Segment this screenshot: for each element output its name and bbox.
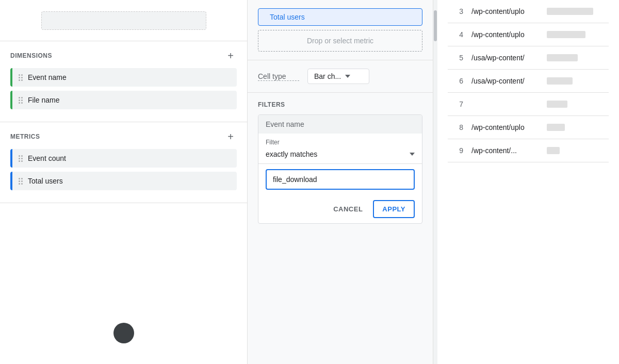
apply-button[interactable]: APPLY	[373, 200, 415, 218]
add-dimension-button[interactable]: +	[224, 49, 237, 62]
row-bar	[547, 54, 578, 61]
row-bar-container	[547, 123, 609, 131]
metric-item-total-users[interactable]: Total users	[10, 172, 237, 190]
metric-label-total-users: Total users	[28, 177, 63, 185]
scroll-thumb	[434, 10, 437, 41]
metrics-section: METRICS + Event count Total users	[0, 122, 247, 203]
dimensions-title: DIMENSIONS	[10, 52, 52, 59]
row-path: /wp-content/uplo	[471, 123, 539, 131]
row-path: /wp-content/uplo	[471, 7, 539, 15]
row-path: /wp-content/...	[471, 146, 539, 155]
drop-metric-text: Drop or select metric	[307, 37, 373, 45]
filter-event-name-text: Event name	[266, 120, 304, 128]
row-number: 6	[448, 77, 463, 85]
drag-handle-icon	[19, 178, 23, 185]
drop-metric-area[interactable]: Drop or select metric	[258, 30, 422, 52]
row-bar	[547, 147, 560, 154]
row-bar-container	[547, 7, 609, 15]
drag-handle-icon	[19, 155, 23, 162]
add-metric-button[interactable]: +	[224, 130, 237, 143]
metric-item-event-count[interactable]: Event count	[10, 149, 237, 168]
metric-chip-label: Total users	[270, 13, 305, 21]
metrics-header: METRICS +	[10, 130, 237, 143]
filter-card: Event name Filter exactly matches CANCEL…	[258, 114, 422, 224]
row-number: 3	[448, 7, 463, 15]
metrics-title: METRICS	[10, 133, 40, 140]
top-placeholder-section	[0, 0, 247, 41]
row-bar-container	[547, 54, 609, 62]
metrics-top-section: Total users Drop or select metric	[248, 0, 433, 60]
dimension-label-file-name: File name	[28, 96, 59, 104]
cancel-button[interactable]: CANCEL	[327, 201, 369, 217]
row-number: 9	[448, 146, 463, 155]
table-row: 9/wp-content/...	[448, 139, 609, 162]
row-bar-container	[547, 146, 609, 155]
table-row: 5/usa/wp-content/	[448, 46, 609, 70]
operator-chevron-icon[interactable]	[410, 153, 415, 156]
cell-type-value: Bar ch...	[314, 72, 341, 80]
filter-actions: CANCEL APPLY	[258, 195, 422, 223]
placeholder-bar	[41, 11, 206, 30]
avatar[interactable]	[113, 323, 134, 343]
row-path: /usa/wp-content/	[471, 54, 539, 62]
filters-title: FILTERS	[258, 101, 422, 108]
cell-type-row: Cell type Bar ch...	[248, 60, 433, 93]
filter-label: Filter	[258, 134, 422, 148]
filters-section: FILTERS Event name Filter exactly matche…	[248, 93, 433, 232]
row-bar-container	[547, 77, 609, 85]
drag-handle-icon	[19, 74, 23, 81]
table-row: 7	[448, 93, 609, 116]
filter-operator-row: exactly matches	[258, 148, 422, 164]
table-row: 3/wp-content/uplo	[448, 0, 609, 23]
table-row: 4/wp-content/uplo	[448, 23, 609, 46]
dimensions-header: DIMENSIONS +	[10, 49, 237, 62]
middle-panel: Total users Drop or select metric Cell t…	[248, 0, 433, 364]
row-number: 8	[448, 123, 463, 131]
dimension-item-file-name[interactable]: File name	[10, 91, 237, 109]
row-bar-container	[547, 100, 609, 108]
dimension-item-event-name[interactable]: Event name	[10, 68, 237, 87]
row-number: 7	[448, 100, 463, 108]
scroll-track[interactable]	[433, 0, 437, 364]
chevron-down-icon	[345, 75, 350, 78]
row-bar	[547, 77, 573, 85]
row-number: 4	[448, 30, 463, 39]
row-bar	[547, 31, 585, 38]
row-path: /wp-content/uplo	[471, 30, 539, 39]
filter-event-name-field[interactable]: Event name	[258, 115, 422, 134]
selected-metric-chip[interactable]: Total users	[258, 8, 422, 26]
dimensions-section: DIMENSIONS + Event name File name	[0, 41, 247, 122]
row-bar	[547, 124, 565, 131]
table-row: 6/usa/wp-content/	[448, 70, 609, 93]
left-panel: DIMENSIONS + Event name File name METRIC…	[0, 0, 248, 364]
right-panel: 3/wp-content/uplo4/wp-content/uplo5/usa/…	[437, 0, 619, 364]
drag-handle-icon	[19, 97, 23, 104]
row-path: /usa/wp-content/	[471, 77, 539, 85]
filter-value-input[interactable]	[266, 169, 415, 190]
row-bar	[547, 8, 593, 15]
right-table: 3/wp-content/uplo4/wp-content/uplo5/usa/…	[448, 0, 609, 162]
row-number: 5	[448, 54, 463, 62]
dimension-label-event-name: Event name	[28, 73, 67, 81]
row-bar-container	[547, 30, 609, 39]
row-bar	[547, 101, 567, 108]
table-row: 8/wp-content/uplo	[448, 116, 609, 139]
filter-operator-text: exactly matches	[266, 150, 405, 158]
metric-label-event-count: Event count	[28, 154, 66, 162]
cell-type-select[interactable]: Bar ch...	[307, 69, 369, 84]
cell-type-label: Cell type	[258, 72, 299, 81]
